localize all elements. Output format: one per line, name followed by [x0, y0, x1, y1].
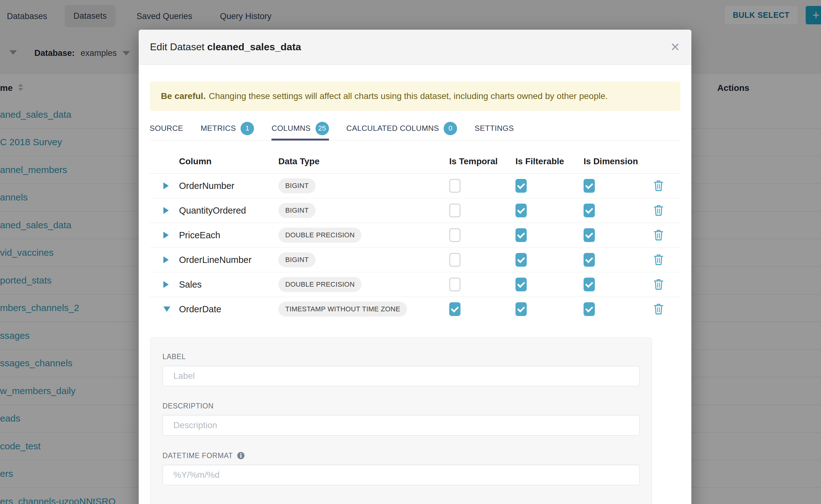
datetime-format-field-group: DATETIME FORMAT [162, 451, 640, 485]
delete-column-icon[interactable] [653, 180, 664, 192]
modal-title: Edit Dataset cleaned_sales_data [150, 41, 301, 53]
expand-caret-icon[interactable] [163, 281, 169, 288]
tab-count-badge: 0 [444, 122, 457, 135]
tab-label: SETTINGS [475, 124, 514, 133]
data-type-pill: BIGINT [278, 178, 315, 193]
column-row: PriceEachDOUBLE PRECISION [150, 223, 680, 248]
expand-caret-icon[interactable] [163, 207, 169, 214]
delete-column-icon[interactable] [653, 303, 664, 315]
column-row: QuantityOrderedBIGINT [150, 198, 680, 223]
data-type-pill: DOUBLE PRECISION [278, 228, 361, 243]
modal-tabs: SOURCEMETRICS1COLUMNS25CALCULATED COLUMN… [150, 118, 680, 141]
delete-column-icon[interactable] [653, 205, 664, 216]
close-button[interactable]: ✕ [670, 41, 680, 53]
datetime-format-field-label: DATETIME FORMAT [162, 451, 640, 460]
expand-caret-icon[interactable] [163, 232, 169, 239]
data-type-pill: BIGINT [278, 203, 315, 218]
is-filterable-checkbox[interactable] [516, 179, 527, 193]
is-filterable-checkbox[interactable] [516, 228, 527, 242]
column-row: OrderNumberBIGINT [150, 174, 680, 198]
is-temporal-checkbox[interactable] [449, 253, 461, 267]
delete-column-icon[interactable] [653, 229, 664, 241]
expand-caret-icon[interactable] [163, 256, 169, 263]
modal-title-prefix: Edit Dataset [150, 41, 204, 52]
column-name: OrderLineNumber [179, 255, 251, 265]
column-row: SalesDOUBLE PRECISION [150, 272, 680, 297]
tab-label: METRICS [200, 124, 236, 133]
modal-header: Edit Dataset cleaned_sales_data ✕ [139, 30, 691, 65]
column-name: OrderNumber [179, 181, 234, 191]
label-input[interactable] [162, 366, 640, 386]
column-name: QuantityOrdered [179, 205, 246, 216]
column-name: PriceEach [179, 230, 220, 240]
column-name: OrderDate [179, 304, 221, 314]
tab-label: CALCULATED COLUMNS [346, 124, 439, 133]
is-dimension-checkbox[interactable] [584, 228, 595, 242]
is-dimension-checkbox[interactable] [584, 253, 595, 267]
tab-count-badge: 1 [240, 122, 254, 135]
page: DatabasesDatasetsSaved QueriesQuery Hist… [0, 0, 821, 504]
datetime-format-input[interactable] [162, 465, 640, 485]
is-temporal-checkbox[interactable] [449, 278, 461, 291]
warning-text: Changing these settings will affect all … [209, 91, 608, 101]
is-dimension-checkbox[interactable] [584, 302, 595, 316]
is-filterable-checkbox[interactable] [516, 253, 527, 267]
is-temporal-checkbox[interactable] [449, 204, 461, 217]
column-row: OrderDateTIMESTAMP WITHOUT TIME ZONE [150, 297, 680, 321]
header-column: Column [179, 156, 211, 166]
tab-calculated-columns[interactable]: CALCULATED COLUMNS0 [346, 118, 458, 140]
tab-columns[interactable]: COLUMNS25 [271, 118, 329, 140]
is-temporal-checkbox[interactable] [449, 302, 461, 316]
column-row: OrderLineNumberBIGINT [150, 248, 680, 272]
edit-dataset-modal: Edit Dataset cleaned_sales_data ✕ Be car… [139, 30, 691, 504]
description-field-group: DESCRIPTION [162, 402, 640, 436]
header-is-dimension: Is Dimension [584, 156, 638, 166]
tab-label: COLUMNS [271, 124, 310, 133]
column-name: Sales [179, 279, 202, 290]
tab-metrics[interactable]: METRICS1 [200, 118, 254, 140]
is-dimension-checkbox[interactable] [584, 278, 595, 291]
label-field-group: LABEL [162, 353, 640, 386]
tab-source[interactable]: SOURCE [150, 118, 183, 140]
info-icon[interactable] [236, 451, 245, 460]
data-type-pill: DOUBLE PRECISION [278, 277, 361, 292]
warning-bold-text: Be careful. [161, 91, 205, 101]
data-type-pill: TIMESTAMP WITHOUT TIME ZONE [278, 302, 407, 317]
is-temporal-checkbox[interactable] [449, 179, 461, 193]
is-dimension-checkbox[interactable] [584, 204, 595, 217]
is-filterable-checkbox[interactable] [516, 278, 527, 291]
tab-label: SOURCE [150, 124, 183, 133]
data-type-pill: BIGINT [278, 252, 315, 267]
collapse-caret-icon[interactable] [163, 307, 170, 312]
tab-settings[interactable]: SETTINGS [475, 118, 514, 140]
is-filterable-checkbox[interactable] [516, 204, 527, 217]
expand-caret-icon[interactable] [163, 182, 169, 189]
column-editor-panel: LABEL DESCRIPTION DATETIME FORMAT [150, 337, 652, 504]
modal-title-dataset-name: cleaned_sales_data [207, 41, 301, 52]
is-temporal-checkbox[interactable] [449, 228, 461, 242]
columns-table-header: Column Data Type Is Temporal Is Filterab… [150, 141, 680, 174]
modal-body: Be careful. Changing these settings will… [139, 82, 691, 504]
warning-banner: Be careful. Changing these settings will… [150, 82, 680, 111]
header-data-type: Data Type [278, 156, 319, 166]
datetime-format-label-text: DATETIME FORMAT [162, 452, 233, 460]
columns-table-body: OrderNumberBIGINTQuantityOrderedBIGINTPr… [150, 174, 680, 321]
delete-column-icon[interactable] [653, 279, 664, 290]
header-is-temporal: Is Temporal [449, 156, 498, 166]
label-field-label: LABEL [162, 353, 640, 361]
is-filterable-checkbox[interactable] [516, 302, 527, 316]
is-dimension-checkbox[interactable] [584, 179, 595, 193]
header-is-filterable: Is Filterable [516, 156, 564, 166]
close-icon: ✕ [670, 41, 680, 54]
description-input[interactable] [162, 415, 640, 436]
delete-column-icon[interactable] [653, 254, 664, 266]
description-field-label: DESCRIPTION [162, 402, 640, 410]
tab-count-badge: 25 [315, 122, 329, 135]
